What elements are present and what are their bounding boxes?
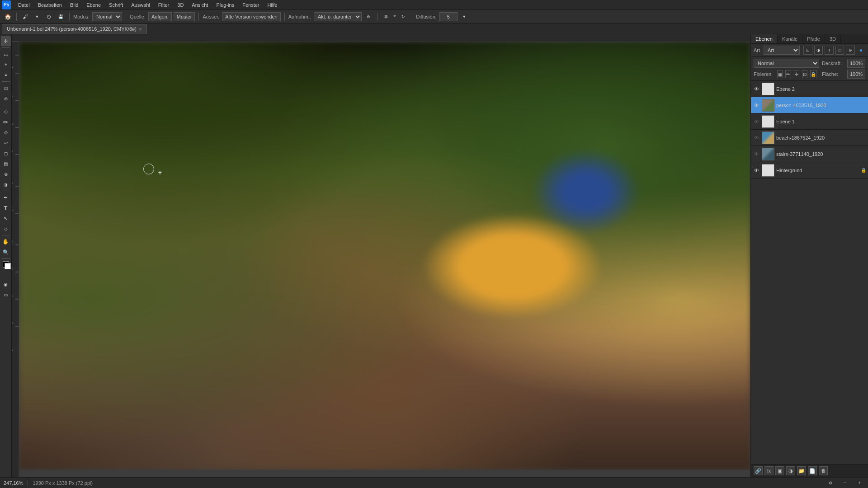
- svg-text:3: 3: [12, 209, 14, 211]
- layer-filter-smart-btn[interactable]: ⊕: [846, 46, 855, 55]
- path-select-tool[interactable]: ↖: [1, 213, 11, 223]
- menu-plugins[interactable]: Plug-ins: [212, 1, 238, 9]
- layer-item[interactable]: 👁 person-4008516_1920: [751, 97, 868, 113]
- diffusion-dropdown-btn[interactable]: ▼: [459, 12, 469, 22]
- status-zoom-in-btn[interactable]: +: [854, 478, 864, 488]
- brush-size-btn[interactable]: ⊙: [44, 12, 54, 22]
- history-brush-tool[interactable]: ↩: [1, 138, 11, 148]
- hand-tool[interactable]: ✋: [1, 237, 11, 247]
- layer-visibility-toggle[interactable]: 👁: [753, 134, 760, 141]
- layer-item[interactable]: 👁 stairs-3771140_1920: [751, 146, 868, 162]
- screen-mode-btn[interactable]: ▭: [1, 290, 11, 300]
- status-zoom-out-btn[interactable]: −: [840, 478, 850, 488]
- tab-kanale[interactable]: Kanäle: [778, 34, 802, 43]
- layer-thumbnail: [762, 148, 774, 160]
- layer-filter-shape-btn[interactable]: ◻: [835, 46, 844, 55]
- document-tab[interactable]: Unbenannt-1 bei 247% (person-4008516_192…: [2, 24, 147, 34]
- pen-tool[interactable]: ✒: [1, 192, 11, 202]
- blend-mode-dropdown[interactable]: Normal: [754, 59, 819, 68]
- tab-close-btn[interactable]: ×: [139, 27, 142, 32]
- brush-tool[interactable]: ✏: [1, 117, 11, 127]
- opacity-input[interactable]: [847, 59, 865, 68]
- layer-visibility-toggle[interactable]: 👁: [753, 167, 760, 174]
- menu-fenster[interactable]: Fenster: [239, 1, 263, 9]
- canvas-wrapper[interactable]: +: [19, 42, 750, 470]
- layer-filter-adj-btn[interactable]: ◑: [814, 46, 823, 55]
- lock-position-btn[interactable]: ✛: [794, 70, 799, 78]
- eyedropper-tool[interactable]: ⊕: [1, 94, 11, 103]
- tab-3d[interactable]: 3D: [825, 34, 841, 43]
- shape-tool[interactable]: ◇: [1, 224, 11, 234]
- canvas-with-ruler: 1 1 2 2 2 3 3 3: [12, 42, 750, 477]
- muster-button[interactable]: Muster: [174, 12, 195, 21]
- layer-item[interactable]: 👁 Ebene 1: [751, 113, 868, 130]
- brush-settings-btn[interactable]: ▼: [32, 12, 42, 22]
- layer-fx-btn[interactable]: fx: [764, 466, 774, 475]
- alte-version-button[interactable]: Alte Version verwenden: [222, 12, 281, 21]
- layer-visibility-toggle[interactable]: 👁: [753, 85, 760, 93]
- svg-text:4: 4: [12, 349, 14, 351]
- lock-transparent-btn[interactable]: ▦: [777, 70, 783, 78]
- menu-schrift[interactable]: Schrift: [105, 1, 127, 9]
- modus-label: Modus:: [73, 14, 90, 19]
- status-settings-btn[interactable]: ⚙: [826, 478, 835, 488]
- modus-dropdown[interactable]: Normal: [92, 12, 122, 21]
- tab-pfade[interactable]: Pfade: [802, 34, 825, 43]
- brush-icon-btn[interactable]: 🖌: [20, 12, 30, 22]
- layer-filter-toggle[interactable]: ●: [857, 46, 865, 55]
- lock-all-btn[interactable]: 🔒: [810, 70, 816, 78]
- move-tool[interactable]: ✛: [1, 36, 11, 46]
- layer-visibility-toggle[interactable]: 👁: [753, 102, 760, 109]
- type-tool[interactable]: T: [1, 203, 11, 213]
- sample-all-btn[interactable]: ⊛: [363, 12, 373, 22]
- menu-bearbeiten[interactable]: Bearbeiten: [34, 1, 66, 9]
- clone-tool[interactable]: ⊘: [1, 127, 11, 137]
- menu-ansicht[interactable]: Ansicht: [188, 1, 212, 9]
- diffusion-input[interactable]: [439, 12, 458, 21]
- layer-adjust-btn[interactable]: ◑: [786, 466, 795, 475]
- menu-3d[interactable]: 3D: [174, 1, 187, 9]
- toolbar-sep-3: [126, 13, 126, 21]
- magic-wand-tool[interactable]: ✦: [1, 70, 11, 80]
- menu-datei[interactable]: Datei: [14, 1, 33, 9]
- layer-link-btn[interactable]: 🔗: [754, 466, 763, 475]
- gradient-tool[interactable]: ▤: [1, 159, 11, 169]
- layer-mask-btn[interactable]: ▣: [775, 466, 784, 475]
- foreground-bg-color[interactable]: [1, 260, 11, 270]
- spot-heal-tool[interactable]: ⊙: [1, 107, 11, 117]
- blur-tool[interactable]: ⊛: [1, 169, 11, 179]
- layer-item[interactable]: 👁 Ebene 2: [751, 81, 868, 97]
- marquee-tool[interactable]: ▭: [1, 49, 11, 59]
- layer-filter-dropdown[interactable]: Art: [764, 46, 800, 55]
- aufgen-button[interactable]: Aufgen.: [148, 12, 172, 21]
- layer-delete-btn[interactable]: 🗑: [819, 466, 828, 475]
- eraser-tool[interactable]: ◻: [1, 148, 11, 158]
- tab-ebenen[interactable]: Ebenen: [751, 34, 778, 43]
- crop-tool[interactable]: ⊡: [1, 83, 11, 93]
- alignment-btn[interactable]: ⊠: [381, 12, 391, 22]
- home-button[interactable]: 🏠: [3, 12, 13, 22]
- layer-filter-type-btn[interactable]: T: [825, 46, 834, 55]
- layer-item[interactable]: 👁 Hintergrund 🔒: [751, 162, 868, 178]
- layer-folder-btn[interactable]: 📁: [797, 466, 806, 475]
- layer-item[interactable]: 👁 beach-1867524_1920: [751, 130, 868, 146]
- layer-visibility-toggle[interactable]: 👁: [753, 150, 760, 158]
- menu-filter[interactable]: Filter: [155, 1, 173, 9]
- menu-hilfe[interactable]: Hilfe: [264, 1, 281, 9]
- layer-new-btn[interactable]: 📄: [808, 466, 817, 475]
- lasso-tool[interactable]: ⌖: [1, 60, 11, 70]
- dodge-tool[interactable]: ◑: [1, 179, 11, 189]
- menu-bild[interactable]: Bild: [66, 1, 82, 9]
- lock-image-btn[interactable]: ✏: [785, 70, 791, 78]
- layer-visibility-toggle[interactable]: 👁: [753, 118, 760, 125]
- layer-filter-pixel-btn[interactable]: ⊡: [803, 46, 812, 55]
- quick-mask-btn[interactable]: ◉: [1, 279, 11, 289]
- brush-save-btn[interactable]: 💾: [56, 12, 66, 22]
- rotate-btn[interactable]: ↻: [398, 12, 408, 22]
- menu-ebene[interactable]: Ebene: [83, 1, 104, 9]
- fill-input[interactable]: [847, 70, 865, 79]
- aufnahm-dropdown[interactable]: Akt. u. darunter: [314, 12, 362, 21]
- menu-auswahl[interactable]: Auswahl: [127, 1, 154, 9]
- zoom-tool[interactable]: 🔍: [1, 247, 11, 257]
- lock-artboard-btn[interactable]: ⊡: [802, 70, 807, 78]
